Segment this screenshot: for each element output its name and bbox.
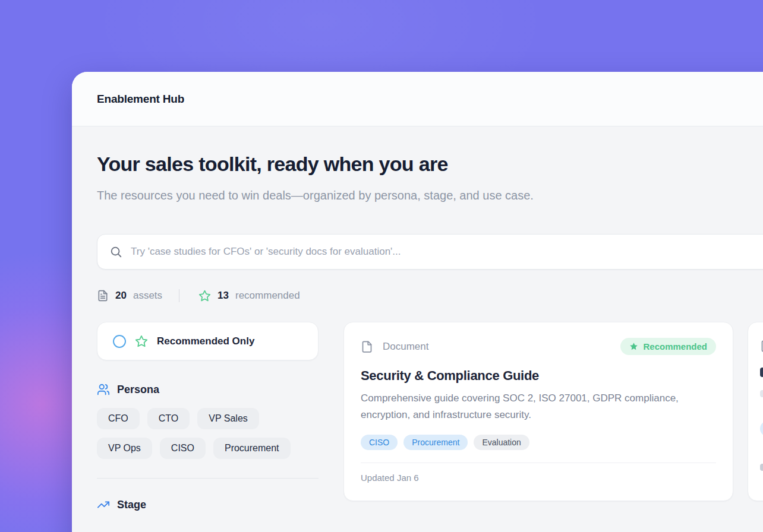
- file-icon: [760, 339, 763, 353]
- persona-chip-ciso[interactable]: CISO: [160, 438, 206, 459]
- content-layout: Recommended Only Persona CFO CTO VP Sale…: [97, 322, 763, 511]
- stats-divider: [179, 289, 179, 302]
- search-bar[interactable]: [97, 234, 763, 270]
- filters-sidebar: Recommended Only Persona CFO CTO VP Sale…: [97, 322, 319, 511]
- persona-chip-procurement[interactable]: Procurement: [213, 438, 291, 459]
- card-title: [760, 368, 763, 377]
- enablement-hub-panel: Enablement Hub Your sales toolkit, ready…: [72, 72, 763, 532]
- card-title: Security & Compliance Guide: [361, 368, 716, 384]
- asset-card-partial[interactable]: [748, 322, 763, 501]
- file-icon: [361, 340, 373, 354]
- persona-filter-group: Persona CFO CTO VP Sales VP Ops CISO Pro…: [97, 383, 319, 459]
- stats-row: 20 assets 13 recommended: [97, 289, 763, 302]
- recommended-label: recommended: [235, 290, 300, 302]
- recommended-count: 13: [217, 290, 229, 302]
- app-title: Enablement Hub: [97, 93, 184, 106]
- star-icon: [198, 290, 211, 302]
- card-tag: [760, 421, 763, 436]
- panel-body: Your sales toolkit, ready when you are T…: [72, 126, 763, 511]
- persona-chip-cto[interactable]: CTO: [147, 408, 190, 429]
- stage-header: Stage: [97, 498, 319, 511]
- trending-up-icon: [97, 498, 110, 511]
- tag-ciso: CISO: [361, 435, 398, 450]
- card-tags: CISO Procurement Evaluation: [361, 435, 716, 450]
- stage-filter-group: Stage: [97, 498, 319, 511]
- persona-chips: CFO CTO VP Sales VP Ops CISO Procurement: [97, 408, 319, 459]
- card-description: Comprehensive guide covering SOC 2, ISO …: [361, 390, 711, 423]
- assets-count: 20: [115, 290, 127, 302]
- recommended-badge-label: Recommended: [643, 341, 707, 352]
- file-text-icon: [97, 290, 109, 302]
- persona-header: Persona: [97, 383, 319, 396]
- assets-label: assets: [133, 290, 162, 302]
- panel-header: Enablement Hub: [72, 72, 763, 126]
- recommended-stat: 13 recommended: [198, 290, 300, 302]
- recommended-only-toggle[interactable]: Recommended Only: [97, 322, 319, 360]
- card-type-label: Document: [383, 341, 428, 353]
- tag-procurement: Procurement: [403, 435, 468, 450]
- page-title: Your sales toolkit, ready when you are: [97, 153, 763, 176]
- tag-evaluation: Evaluation: [474, 435, 529, 450]
- persona-label: Persona: [117, 384, 159, 396]
- asset-cards-grid: Document Recommended Security & Complian…: [343, 322, 763, 501]
- recommended-only-checkbox[interactable]: [113, 335, 126, 348]
- page-subtitle: The resources you need to win deals—orga…: [97, 184, 584, 207]
- star-filled-icon: [629, 342, 638, 351]
- star-icon: [135, 335, 148, 348]
- users-icon: [97, 383, 110, 396]
- search-input[interactable]: [131, 246, 763, 258]
- persona-chip-cfo[interactable]: CFO: [97, 408, 140, 429]
- assets-stat: 20 assets: [97, 290, 162, 302]
- persona-chip-vp-sales[interactable]: VP Sales: [197, 408, 259, 429]
- sidebar-divider: [97, 478, 319, 479]
- recommended-only-label: Recommended Only: [157, 335, 254, 347]
- asset-card-security-compliance-guide[interactable]: Document Recommended Security & Complian…: [343, 322, 733, 501]
- stage-label: Stage: [117, 499, 146, 511]
- card-type-row: Document Recommended: [361, 338, 716, 355]
- search-icon: [109, 245, 122, 258]
- persona-chip-vp-ops[interactable]: VP Ops: [97, 438, 152, 459]
- card-updated-text: Updated Jan 6: [361, 463, 716, 492]
- recommended-badge: Recommended: [620, 338, 716, 355]
- card-description: [760, 390, 763, 397]
- card-updated-text: [760, 464, 763, 471]
